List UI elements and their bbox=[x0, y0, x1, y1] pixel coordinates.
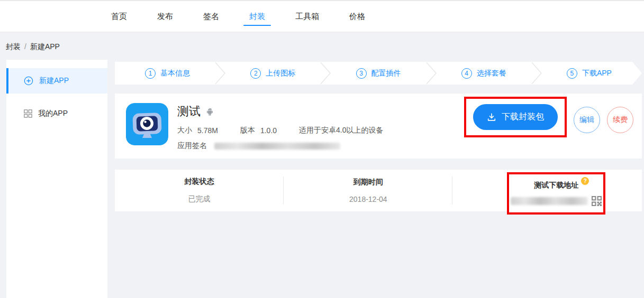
app-info: 测试 大小 5.78M 版本 1.0.0 适用于安卓4.0以上的设备 bbox=[177, 103, 464, 151]
android-icon bbox=[205, 107, 214, 116]
nav-item-price[interactable]: 价格 bbox=[348, 1, 366, 32]
breadcrumb-section[interactable]: 封装 bbox=[6, 42, 21, 51]
step-wizard: 1 基本信息 2 上传图标 3 配置插件 4 选择套餐 bbox=[115, 62, 642, 85]
app-actions: 下载封装包 编辑 续费 bbox=[464, 97, 633, 137]
version-value: 1.0.0 bbox=[260, 126, 277, 135]
step-choose-plan[interactable]: 4 选择套餐 bbox=[431, 62, 537, 85]
step-number: 5 bbox=[567, 68, 577, 79]
download-url-highlight-box: 测试下载地址 ? bbox=[507, 172, 605, 215]
version-label: 版本 bbox=[240, 126, 255, 135]
status-column-expiry-date: 到期时间 2018-12-04 bbox=[284, 170, 452, 211]
status-label: 封装状态 bbox=[185, 177, 214, 187]
breadcrumb-current: 新建APP bbox=[30, 42, 60, 51]
nav-item-sign[interactable]: 签名 bbox=[202, 1, 220, 32]
step-label: 下载APP bbox=[582, 69, 612, 78]
sidebar-item-label: 新建APP bbox=[39, 76, 69, 86]
status-value: 已完成 bbox=[188, 194, 211, 204]
edit-button[interactable]: 编辑 bbox=[574, 107, 600, 133]
app-card: 测试 大小 5.78M 版本 1.0.0 适用于安卓4.0以上的设备 bbox=[115, 94, 642, 159]
app-name: 测试 bbox=[177, 104, 201, 119]
step-label: 配置插件 bbox=[371, 69, 401, 78]
renew-button[interactable]: 续费 bbox=[607, 107, 633, 133]
step-label: 上传图标 bbox=[266, 69, 295, 78]
sidebar-item-my-app[interactable]: 我的APP bbox=[6, 101, 107, 126]
app-icon bbox=[126, 103, 168, 145]
sidebar: 新建APP 我的APP bbox=[6, 60, 107, 298]
nav-item-toolbox[interactable]: 工具箱 bbox=[294, 1, 320, 32]
plus-circle-icon bbox=[24, 76, 33, 86]
sidebar-item-new-app[interactable]: 新建APP bbox=[6, 68, 107, 94]
top-navigation: 首页 发布 签名 封装 工具箱 价格 bbox=[0, 1, 644, 32]
step-number: 4 bbox=[461, 68, 472, 79]
compatibility-text: 适用于安卓4.0以上的设备 bbox=[299, 126, 383, 135]
step-number: 2 bbox=[250, 68, 261, 79]
nav-item-publish[interactable]: 发布 bbox=[156, 1, 174, 32]
status-column-package-state: 封装状态 已完成 bbox=[115, 170, 284, 211]
signature-label: 应用签名 bbox=[177, 141, 207, 151]
test-download-url-label: 测试下载地址 bbox=[534, 181, 578, 189]
signature-value-redacted bbox=[214, 143, 340, 150]
status-value: 2018-12-04 bbox=[349, 195, 387, 203]
breadcrumb: 封装/新建APP bbox=[6, 42, 60, 52]
nav-item-home[interactable]: 首页 bbox=[110, 1, 128, 32]
status-column-test-download-url: 测试下载地址 ? bbox=[452, 170, 642, 211]
step-basic-info[interactable]: 1 基本信息 bbox=[115, 62, 220, 85]
download-icon bbox=[487, 113, 496, 122]
status-panel: 封装状态 已完成 到期时间 2018-12-04 测试下载地址 ? bbox=[115, 170, 642, 211]
grid-icon bbox=[24, 109, 32, 118]
step-number: 1 bbox=[145, 68, 156, 79]
breadcrumb-separator: / bbox=[24, 42, 26, 51]
download-url-redacted bbox=[511, 197, 588, 205]
download-package-button[interactable]: 下载封装包 bbox=[473, 104, 558, 130]
step-label: 选择套餐 bbox=[477, 69, 506, 78]
step-label: 基本信息 bbox=[160, 69, 190, 78]
step-upload-icon[interactable]: 2 上传图标 bbox=[220, 62, 325, 85]
main-content: 1 基本信息 2 上传图标 3 配置插件 4 选择套餐 bbox=[115, 62, 642, 211]
download-button-label: 下载封装包 bbox=[502, 111, 544, 123]
nav-item-package[interactable]: 封装 bbox=[248, 1, 266, 32]
qr-code-icon[interactable] bbox=[592, 196, 602, 206]
download-highlight-box: 下载封装包 bbox=[464, 97, 567, 137]
step-configure-plugins[interactable]: 3 配置插件 bbox=[325, 62, 431, 85]
step-download-app[interactable]: 5 下载APP bbox=[537, 62, 642, 85]
status-label: 到期时间 bbox=[353, 178, 383, 187]
question-mark-icon[interactable]: ? bbox=[581, 177, 589, 185]
step-number: 3 bbox=[356, 68, 367, 79]
size-label: 大小 bbox=[177, 126, 192, 135]
sidebar-item-label: 我的APP bbox=[38, 109, 68, 118]
size-value: 5.78M bbox=[197, 126, 218, 135]
